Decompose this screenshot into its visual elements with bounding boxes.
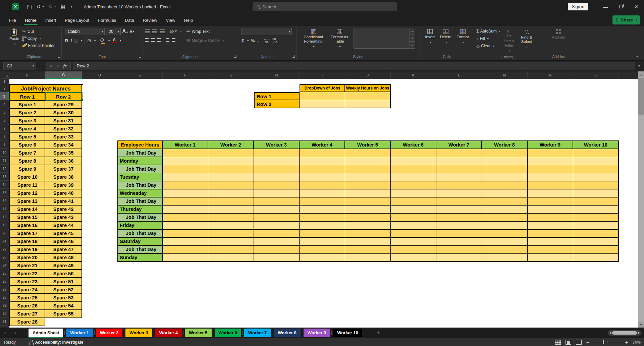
conditional-formatting-button[interactable]: Conditional Formatting▾ [299,28,327,54]
timesheet-cell[interactable] [482,238,528,246]
row-header[interactable]: 29 [0,301,9,309]
row-header[interactable]: 4 [0,100,9,108]
format-cells-button[interactable]: ▬ Format▾ [455,28,470,54]
zoom-slider[interactable] [592,342,623,342]
spare-cell[interactable]: Spare 34 [45,141,82,149]
timesheet-cell[interactable] [163,173,208,181]
addins-button[interactable]: Add-ins [550,28,567,54]
spare-cell[interactable]: Spare 55 [45,310,82,318]
timesheet-cell[interactable] [391,238,436,246]
fill-button[interactable]: ↓Fill▾ [476,35,500,42]
ribbon-tab[interactable]: Page Layout [60,15,94,26]
row-header[interactable]: 16 [0,197,9,205]
row-header[interactable]: 5 [0,108,9,116]
timesheet-cell[interactable] [254,173,300,181]
scroll-left-icon[interactable]: ◀ [609,331,611,334]
timesheet-cell[interactable] [345,197,391,206]
close-button[interactable]: × [629,0,644,13]
jobs-lookup-row-label[interactable]: Row 1 [254,92,300,100]
row-header[interactable]: 2 [0,84,9,92]
spare-cell[interactable]: Spare 35 [45,149,82,157]
timesheet-cell[interactable] [528,238,573,246]
job-names-title-cell[interactable]: Job/Project Names [10,85,82,93]
decrease-indent-icon[interactable] [166,38,169,42]
spare-cell[interactable]: Spare 26 [10,302,45,310]
row-header[interactable]: 27 [0,285,9,293]
ribbon-tab[interactable]: Data [120,15,138,26]
row-header[interactable]: 10 [0,149,9,157]
timesheet-cell[interactable] [436,149,482,157]
timesheet-cell[interactable] [482,206,528,214]
column-header[interactable]: F [163,71,208,79]
restore-button[interactable] [613,0,629,13]
timesheet-cell[interactable] [391,189,436,197]
timesheet-cell[interactable] [254,214,300,222]
day-label[interactable]: Thursday [118,206,163,214]
scroll-up-icon[interactable]: ▲ [638,71,644,77]
timesheet-cell[interactable] [345,214,391,222]
merge-center-button[interactable]: ⊟Merge & Center▾ [185,37,225,44]
borders-icon[interactable]: ⊞ [87,38,91,43]
spare-cell[interactable]: Spare 39 [45,181,82,189]
timesheet-cell[interactable] [254,222,300,230]
timesheet-cell[interactable] [573,246,619,254]
timesheet-cell[interactable] [528,206,573,214]
timesheet-cell[interactable] [300,230,345,238]
undo-button[interactable]: ↺▾ [37,4,44,10]
sheet-tab-worker[interactable]: Worker 2 [96,329,122,337]
zoom-out-icon[interactable]: − [586,340,589,345]
italic-button[interactable]: I [70,38,72,43]
timesheet-cell[interactable] [208,230,254,238]
row-header[interactable]: 1 [0,79,9,84]
spare-cell[interactable]: Spare 7 [10,149,45,157]
spare-cell[interactable]: Spare 21 [10,262,45,270]
format-as-table-button[interactable]: ✎ Format as Table▾ [327,28,352,54]
timesheet-cell[interactable] [391,197,436,206]
timesheet-cell[interactable] [254,189,300,197]
quick-print-icon[interactable]: ▦ [60,4,65,10]
timesheet-cell[interactable] [300,157,345,165]
row-header[interactable]: 26 [0,277,9,285]
spare-cell[interactable]: Spare 50 [45,270,82,278]
wrap-text-button[interactable]: ↩Wrap Text [185,28,225,35]
ribbon-tab[interactable]: View [161,15,179,26]
zoom-in-icon[interactable]: + [625,340,628,345]
timesheet-cell[interactable] [163,157,208,165]
timesheet-cell[interactable] [391,181,436,189]
day-label[interactable]: Friday [118,222,163,230]
timesheet-cell[interactable] [436,165,482,173]
sheet-canvas[interactable]: Job/Project Names Row 1 Row 2 Spare 1 Sp… [9,79,638,328]
timesheet-cell[interactable] [436,222,482,230]
spare-cell[interactable]: Spare 16 [10,222,45,230]
timesheet-cell[interactable] [254,246,300,254]
worker-header-cell[interactable]: Worker 2 [208,141,254,149]
column-header[interactable]: M [482,71,528,79]
spare-cell[interactable]: Spare 31 [45,117,82,125]
normal-view-icon[interactable] [555,340,561,345]
tabbar-resize-handle[interactable]: ⋮ [601,331,605,335]
spare-cell[interactable]: Spare 18 [10,238,45,246]
sheet-tab-worker[interactable]: Worker 3 [125,329,152,337]
timesheet-cell[interactable] [208,165,254,173]
orientation-icon[interactable]: ab↗ [170,29,177,34]
timesheet-cell[interactable] [528,181,573,189]
timesheet-cell[interactable] [163,246,208,254]
timesheet-cell[interactable] [482,214,528,222]
timesheet-cell[interactable] [208,222,254,230]
spare-cell[interactable]: Spare 14 [10,206,45,214]
delete-cells-button[interactable]: ✕ Delete▾ [438,28,453,54]
decrease-decimal-icon[interactable]: .00→.0 [272,37,277,44]
timesheet-cell[interactable] [254,165,300,173]
column-header[interactable]: O [573,71,619,79]
spare-cell[interactable]: Spare 51 [45,278,82,286]
spare-cell[interactable]: Spare 11 [10,181,45,189]
job-names-header-cell[interactable]: Row 1 [10,93,45,101]
timesheet-cell[interactable] [573,149,619,157]
timesheet-cell[interactable] [436,230,482,238]
timesheet-cell[interactable] [482,173,528,181]
gallery-up-icon[interactable]: ▲ [410,28,415,35]
timesheet-cell[interactable] [345,189,391,197]
timesheet-cell[interactable] [573,214,619,222]
timesheet-cell[interactable] [573,238,619,246]
timesheet-cell[interactable] [436,181,482,189]
